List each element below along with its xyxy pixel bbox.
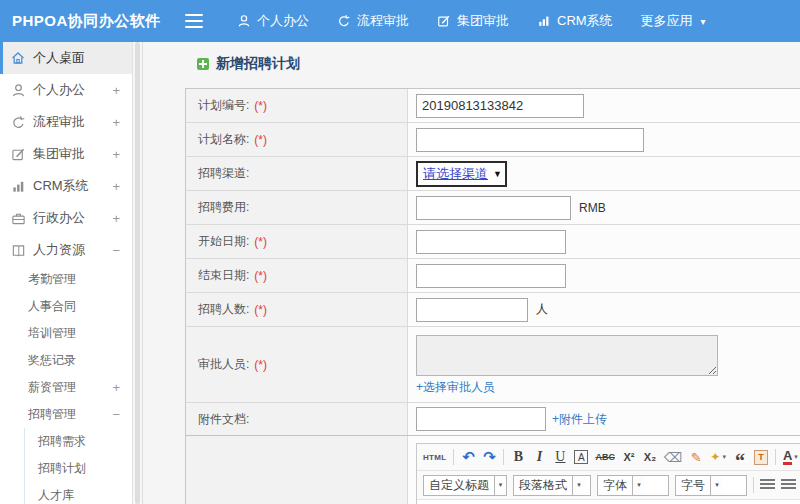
editor-toolbar-row2: 自定义标题 ▾ 段落格式 ▾ 字体 ▾ 字号 ▾: [417, 471, 800, 500]
recruitment-submenu: 招聘需求 招聘计划 人才库: [24, 428, 132, 504]
sidebar-item-recruitment[interactable]: 招聘管理 −: [0, 401, 132, 428]
end-date-input[interactable]: [416, 264, 566, 288]
format-brush-icon[interactable]: ✎: [689, 447, 703, 467]
sidebar-item-rewards[interactable]: 奖惩记录: [0, 347, 132, 374]
nav-personal-office[interactable]: 个人办公: [237, 12, 309, 30]
sidebar-item-talent-pool[interactable]: 人才库: [25, 482, 132, 504]
nav-crm-system[interactable]: CRM系统: [537, 12, 613, 30]
app-logo[interactable]: PHPOA协同办公软件: [0, 12, 185, 31]
sidebar-item-hr[interactable]: 人力资源 −: [0, 234, 132, 266]
add-icon: [197, 58, 209, 70]
italic-icon[interactable]: I: [532, 447, 546, 467]
nav-label: CRM系统: [557, 12, 613, 30]
collapse-icon[interactable]: −: [112, 407, 120, 422]
sidebar-item-workflow-approval[interactable]: 流程审批 +: [0, 106, 132, 138]
sidebar-item-admin-office[interactable]: 行政办公 +: [0, 202, 132, 234]
attachment-upload-link[interactable]: +附件上传: [552, 411, 607, 428]
required-marker: (*): [254, 269, 267, 283]
headcount-input[interactable]: [416, 298, 528, 322]
page-title-text: 新增招聘计划: [216, 55, 300, 73]
approver-textarea[interactable]: [416, 335, 718, 376]
nav-workflow-approval[interactable]: 流程审批: [337, 12, 409, 30]
unit-suffix: 人: [536, 301, 548, 318]
paint-style-dropdown[interactable]: ✦ ▾: [710, 447, 726, 467]
fee-input[interactable]: [416, 196, 571, 220]
cycle-arrow-icon: [10, 114, 26, 130]
nav-group-approval[interactable]: 集团审批: [437, 12, 509, 30]
channel-select[interactable]: 请选择渠道 ▼: [416, 161, 507, 187]
paragraph-format-select[interactable]: 段落格式 ▾: [513, 475, 591, 496]
sidebar-item-recruit-plan[interactable]: 招聘计划: [25, 455, 132, 482]
nav-more-apps[interactable]: 更多应用 ▾: [641, 12, 706, 30]
sidebar-item-attendance[interactable]: 考勤管理: [0, 266, 132, 293]
align-center-icon[interactable]: [781, 479, 796, 491]
required-marker: (*): [254, 133, 267, 147]
paste-text-icon[interactable]: T: [754, 450, 768, 465]
sidebar-item-label: 行政办公: [33, 209, 85, 227]
currency-suffix: RMB: [579, 201, 606, 215]
toolbar-separator: [503, 449, 504, 465]
plan-name-input[interactable]: [416, 128, 644, 152]
sidebar-item-label: 流程审批: [33, 113, 85, 131]
font-size-select[interactable]: 字号 ▾: [675, 475, 747, 496]
form-row-plan-name: 计划名称: (*): [186, 123, 800, 157]
sidebar-item-label: 招聘计划: [38, 460, 86, 477]
strikethrough-icon[interactable]: ABC: [595, 447, 615, 467]
select-arrow-icon: ▼: [493, 169, 502, 179]
sidebar-item-hr-contracts[interactable]: 人事合同: [0, 293, 132, 320]
sidebar-item-label: 集团审批: [33, 145, 85, 163]
chevron-down-icon: ▾: [794, 453, 798, 461]
editor-toolbar-row1: HTML ↶ ↷ B I U A ABC X² X₂ ⌫ ✎: [417, 444, 800, 471]
heading-style-select[interactable]: 自定义标题 ▾: [423, 475, 507, 496]
align-left-icon[interactable]: [760, 479, 775, 491]
briefcase-icon: [10, 210, 26, 226]
sidebar-item-group-approval[interactable]: 集团审批 +: [0, 138, 132, 170]
sidebar-item-desktop[interactable]: 个人桌面: [0, 42, 132, 74]
sidebar-scrollbar[interactable]: [133, 42, 143, 504]
expand-icon[interactable]: +: [112, 115, 120, 130]
clear-format-icon[interactable]: ⌫: [664, 447, 682, 467]
superscript-icon[interactable]: X²: [622, 447, 636, 467]
required-marker: (*): [254, 235, 267, 249]
expand-icon[interactable]: +: [112, 380, 120, 395]
expand-icon[interactable]: +: [112, 211, 120, 226]
plan-number-input[interactable]: [416, 94, 584, 118]
nav-label: 更多应用: [641, 12, 693, 30]
sidebar-item-recruit-demand[interactable]: 招聘需求: [25, 428, 132, 455]
subscript-icon[interactable]: X₂: [643, 447, 657, 467]
choose-approver-link[interactable]: +选择审批人员: [416, 379, 495, 396]
html-source-button[interactable]: HTML: [423, 447, 446, 467]
font-family-select[interactable]: 字体 ▾: [597, 475, 669, 496]
select-arrow-icon: ▾: [710, 476, 723, 495]
editor-content-area[interactable]: [417, 500, 800, 504]
redo-icon[interactable]: ↷: [482, 447, 496, 467]
sidebar-item-label: 人才库: [38, 487, 74, 504]
sidebar-item-crm[interactable]: CRM系统 +: [0, 170, 132, 202]
sidebar-item-personal-office[interactable]: 个人办公 +: [0, 74, 132, 106]
collapse-icon[interactable]: −: [112, 243, 120, 258]
field-label: 审批人员: (*): [186, 327, 408, 402]
sidebar-item-label: 招聘管理: [28, 406, 76, 423]
expand-icon[interactable]: +: [112, 179, 120, 194]
start-date-input[interactable]: [416, 230, 566, 254]
menu-toggle-icon[interactable]: [185, 14, 203, 28]
undo-icon[interactable]: ↶: [461, 447, 475, 467]
font-color-dropdown[interactable]: A ▾: [783, 447, 798, 467]
blockquote-icon[interactable]: “: [733, 447, 747, 467]
book-icon: [10, 242, 26, 258]
sidebar-item-training[interactable]: 培训管理: [0, 320, 132, 347]
select-value: 字体: [598, 477, 632, 494]
attachment-input[interactable]: [416, 407, 546, 431]
user-icon: [10, 82, 26, 98]
form-row-end-date: 结束日期: (*): [186, 259, 800, 293]
bold-icon[interactable]: B: [511, 447, 525, 467]
sidebar-item-salary[interactable]: 薪资管理 +: [0, 374, 132, 401]
edit-square-icon: [437, 14, 451, 28]
underline-icon[interactable]: U: [553, 447, 567, 467]
scrollbar-thumb[interactable]: [135, 42, 140, 504]
expand-icon[interactable]: +: [112, 147, 120, 162]
char-border-icon[interactable]: A: [574, 450, 588, 464]
expand-icon[interactable]: +: [112, 83, 120, 98]
field-label-text: 招聘费用:: [198, 199, 249, 216]
field-label-text: 计划名称:: [198, 131, 249, 148]
